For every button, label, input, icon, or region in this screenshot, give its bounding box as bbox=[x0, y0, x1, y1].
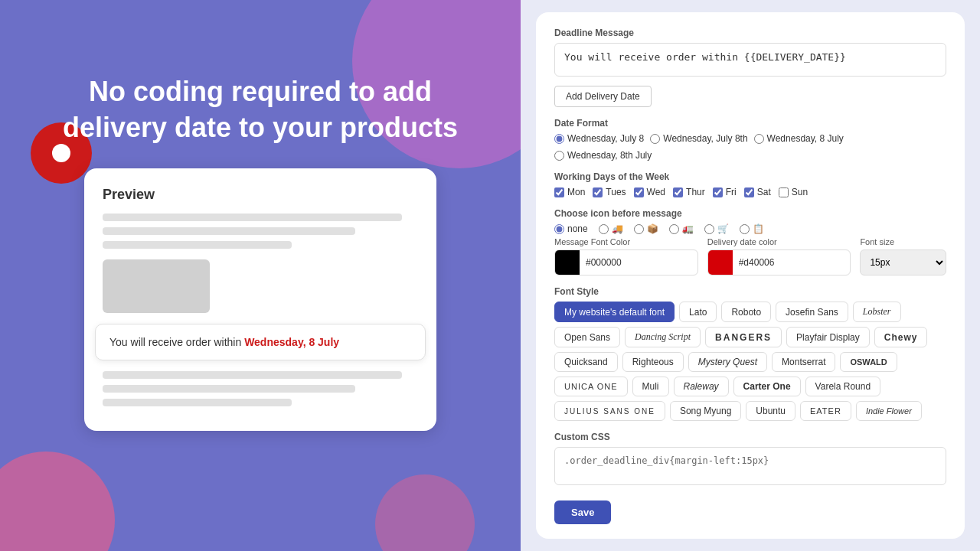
icon-clipboard[interactable]: 📋 bbox=[740, 223, 764, 234]
day-fri[interactable]: Fri bbox=[713, 187, 737, 197]
font-btn-julius[interactable]: JULIUS SANS ONE bbox=[554, 401, 665, 421]
font-btn-josefin[interactable]: Josefin Sans bbox=[776, 302, 848, 322]
date-format-label-3: Wednesday, 8 July bbox=[767, 133, 844, 144]
delivery-date-color-hex[interactable] bbox=[733, 257, 851, 268]
icon-radio-clipboard[interactable] bbox=[740, 224, 750, 234]
checkbox-thur[interactable] bbox=[673, 187, 683, 197]
font-btn-carter[interactable]: Carter One bbox=[733, 377, 801, 396]
date-format-label-4: Wednesday, 8th July bbox=[567, 150, 652, 161]
settings-card: Deadline Message .order_deadline_div{mar… bbox=[536, 12, 965, 539]
preview-bottom-line-1 bbox=[103, 371, 402, 379]
day-mon[interactable]: Mon bbox=[554, 187, 585, 197]
font-btn-lobster[interactable]: Lobster bbox=[853, 302, 901, 322]
date-format-option-1[interactable]: Wednesday, July 8 bbox=[554, 133, 644, 144]
date-format-group: Wednesday, July 8 Wednesday, July 8th We… bbox=[554, 133, 946, 161]
font-btn-montserrat[interactable]: Montserrat bbox=[772, 352, 835, 372]
date-format-option-3[interactable]: Wednesday, 8 July bbox=[754, 133, 844, 144]
checkbox-sat[interactable] bbox=[744, 187, 754, 197]
icon-radio-truck[interactable] bbox=[599, 224, 609, 234]
icon-none[interactable]: none bbox=[554, 223, 588, 234]
font-btn-varela[interactable]: Varela Round bbox=[805, 377, 881, 396]
font-btn-chewy[interactable]: Chewy bbox=[874, 327, 928, 347]
date-format-radio-1[interactable] bbox=[554, 134, 564, 144]
preview-card: Preview You will receive order within We… bbox=[84, 168, 436, 431]
message-font-color-block: Message Font Color bbox=[554, 237, 698, 276]
preview-message-box: You will receive order within Wednesday,… bbox=[95, 324, 426, 360]
icon-box[interactable]: 📦 bbox=[634, 223, 658, 234]
font-btn-song[interactable]: Song Myung bbox=[670, 401, 741, 421]
checkbox-fri[interactable] bbox=[713, 187, 723, 197]
date-format-label-2: Wednesday, July 8th bbox=[663, 133, 747, 144]
day-tues[interactable]: Tues bbox=[593, 187, 626, 197]
font-btn-ubuntu[interactable]: Ubuntu bbox=[746, 401, 795, 421]
icon-radio-cart[interactable] bbox=[704, 224, 714, 234]
font-style-grid: My website's default font Lato Roboto Jo… bbox=[554, 302, 946, 421]
preview-message-highlight: Wednesday, 8 July bbox=[244, 336, 339, 348]
font-btn-indie[interactable]: Indie Flower bbox=[856, 401, 922, 421]
icon-cart[interactable]: 🛒 bbox=[704, 223, 729, 234]
font-btn-quicksand[interactable]: Quicksand bbox=[554, 352, 618, 372]
day-sat[interactable]: Sat bbox=[744, 187, 771, 197]
font-btn-unica[interactable]: UNICA ONE bbox=[554, 377, 628, 396]
checkbox-tues[interactable] bbox=[593, 187, 603, 197]
record-inner-dot bbox=[52, 144, 70, 162]
right-panel: Deadline Message .order_deadline_div{mar… bbox=[521, 0, 980, 551]
color-font-row: Message Font Color Delivery date color F… bbox=[554, 237, 946, 276]
checkbox-mon[interactable] bbox=[554, 187, 564, 197]
working-days-group: Mon Tues Wed Thur Fri Sat Sun bbox=[554, 187, 946, 197]
message-font-color-hex[interactable] bbox=[580, 257, 697, 268]
font-btn-mystery[interactable]: Mystery Quest bbox=[688, 352, 767, 372]
checkbox-sun[interactable] bbox=[779, 187, 789, 197]
preview-line-3 bbox=[103, 241, 292, 249]
font-btn-muli[interactable]: Muli bbox=[632, 377, 669, 396]
day-sun[interactable]: Sun bbox=[779, 187, 808, 197]
icon-radio-box[interactable] bbox=[634, 224, 644, 234]
checkbox-wed[interactable] bbox=[634, 187, 644, 197]
font-btn-bangers[interactable]: BANGERS bbox=[705, 327, 782, 347]
date-format-option-4[interactable]: Wednesday, 8th July bbox=[554, 150, 652, 161]
message-font-color-swatch bbox=[555, 250, 580, 275]
icon-radio-none[interactable] bbox=[554, 224, 564, 234]
icon-truck2-emoji: 🚛 bbox=[682, 223, 694, 234]
custom-css-label: Custom CSS bbox=[554, 432, 946, 442]
icon-box-emoji: 📦 bbox=[647, 223, 658, 234]
font-style-label: Font Style bbox=[554, 286, 946, 297]
preview-message-text: You will receive order within Wednesday,… bbox=[109, 336, 339, 348]
font-btn-lato[interactable]: Lato bbox=[679, 302, 717, 322]
date-format-option-2[interactable]: Wednesday, July 8th bbox=[650, 133, 747, 144]
icon-radio-truck2[interactable] bbox=[669, 224, 679, 234]
icon-cart-emoji: 🛒 bbox=[717, 223, 729, 234]
preview-line-2 bbox=[103, 227, 355, 235]
save-button[interactable]: Save bbox=[554, 500, 611, 524]
message-font-color-input-row bbox=[554, 249, 698, 276]
font-btn-raleway[interactable]: Raleway bbox=[674, 377, 729, 396]
deadline-message-input[interactable]: .order_deadline_div{margin-left:15px} bbox=[554, 43, 946, 77]
preview-image-placeholder bbox=[103, 259, 210, 313]
font-btn-playfair[interactable]: Playfair Display bbox=[786, 327, 870, 347]
day-wed[interactable]: Wed bbox=[634, 187, 665, 197]
custom-css-input[interactable]: .order_deadline_div{margin-left:15px} bbox=[554, 447, 946, 485]
icon-radio-group: none 🚚 📦 🚛 🛒 📋 bbox=[554, 223, 946, 234]
date-format-label-1: Wednesday, July 8 bbox=[567, 133, 644, 144]
font-btn-default[interactable]: My website's default font bbox=[554, 302, 675, 322]
icon-truck2[interactable]: 🚛 bbox=[669, 223, 694, 234]
day-thur[interactable]: Thur bbox=[673, 187, 705, 197]
date-format-label: Date Format bbox=[554, 118, 946, 129]
font-btn-opensans[interactable]: Open Sans bbox=[554, 327, 620, 347]
preview-message-static: You will receive order within bbox=[109, 336, 244, 348]
font-size-select[interactable]: 15px 12px 14px 16px 18px 20px bbox=[860, 249, 946, 276]
font-btn-righteous[interactable]: Righteous bbox=[622, 352, 684, 372]
icon-before-message-label: Choose icon before message bbox=[554, 208, 946, 219]
preview-line-1 bbox=[103, 214, 402, 221]
decorative-circle-bottom-left bbox=[0, 452, 115, 551]
font-btn-roboto[interactable]: Roboto bbox=[721, 302, 771, 322]
font-btn-eater[interactable]: EATER bbox=[800, 401, 851, 421]
font-btn-dancing[interactable]: Dancing Script bbox=[625, 327, 701, 347]
date-format-radio-3[interactable] bbox=[754, 134, 764, 144]
preview-lines bbox=[103, 214, 418, 249]
icon-truck[interactable]: 🚚 bbox=[599, 223, 623, 234]
font-btn-oswald[interactable]: Oswald bbox=[840, 352, 897, 372]
date-format-radio-2[interactable] bbox=[650, 134, 660, 144]
date-format-radio-4[interactable] bbox=[554, 151, 564, 161]
add-delivery-date-button[interactable]: Add Delivery Date bbox=[554, 86, 652, 107]
